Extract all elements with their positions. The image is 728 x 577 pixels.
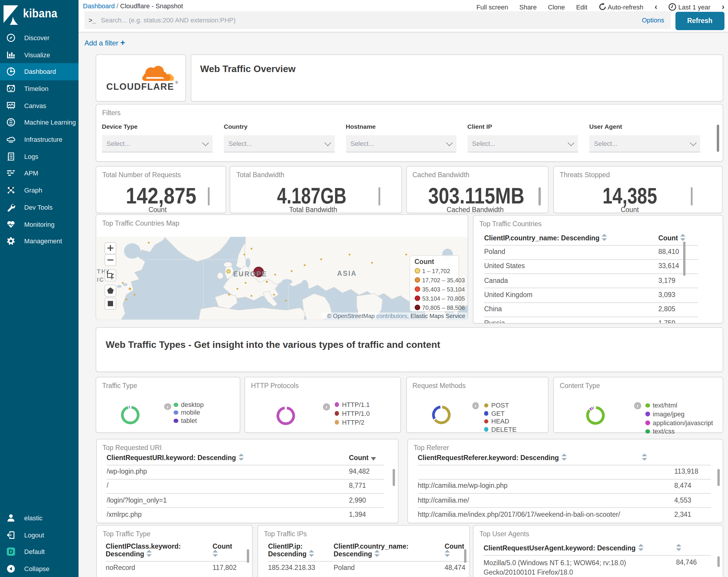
svg-text:70,805 – 88,506: 70,805 – 88,506 <box>422 304 465 311</box>
svg-text:Count: Count <box>414 257 434 265</box>
svg-text:D: D <box>9 548 13 555</box>
svg-text:®: ® <box>175 80 178 84</box>
svg-text:CLOUDFLARE: CLOUDFLARE <box>106 81 174 92</box>
svg-text:IC: IC <box>97 276 104 283</box>
svg-text:53,104 – 70,805: 53,104 – 70,805 <box>422 295 465 301</box>
svg-text:ASIA: ASIA <box>337 269 357 277</box>
svg-text:35,403 – 53,104: 35,403 – 53,104 <box>422 286 465 292</box>
svg-text:EUROPE: EUROPE <box>233 270 267 278</box>
svg-text:© OpenStreetMap contributors,: © OpenStreetMap contributors, Elastic Ma… <box>327 312 465 319</box>
svg-text:17,702 – 35,403: 17,702 – 35,403 <box>422 277 465 283</box>
svg-text:1 – 17,702: 1 – 17,702 <box>422 268 450 274</box>
